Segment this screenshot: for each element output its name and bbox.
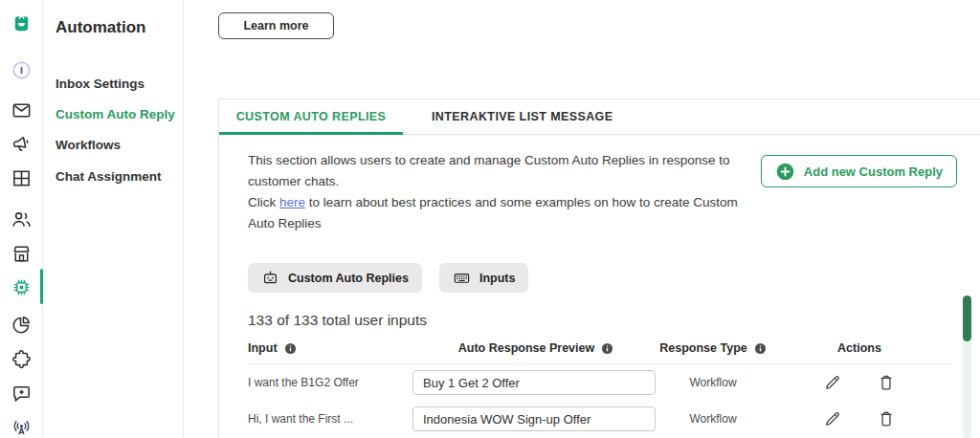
chat-add-icon[interactable] <box>11 383 33 405</box>
auto-response-preview-input[interactable] <box>412 370 656 395</box>
table-row: I want the B1G2 Offer Workflow <box>248 364 952 401</box>
table-row: Hi, I want the First ... Workflow <box>248 401 952 437</box>
response-type-cell: Workflow <box>659 412 767 426</box>
table-scrollbar-track[interactable] <box>963 296 971 438</box>
envelope-icon[interactable] <box>11 99 33 121</box>
tab-bar: CUSTOM AUTO REPLIES INTERAKTIVE LIST MES… <box>219 99 980 135</box>
auto-replies-table: Input Auto Response Preview Response Typ… <box>248 341 952 438</box>
col-auto-response-preview: Auto Response Preview <box>412 341 659 355</box>
pencil-icon <box>823 409 842 428</box>
megaphone-icon[interactable] <box>11 133 33 155</box>
page-title: Automation <box>56 18 145 37</box>
edit-button[interactable] <box>823 409 842 428</box>
col-actions: Actions <box>767 341 952 355</box>
view-toggle-chips: Custom Auto Replies Inputs <box>248 263 980 293</box>
info-icon[interactable] <box>284 342 297 355</box>
intro-section: This section allows users to create and … <box>219 135 980 234</box>
automation-sidebar: Automation Inbox Settings Custom Auto Re… <box>44 0 184 438</box>
learn-more-button[interactable]: Learn more <box>218 12 334 39</box>
sidebar-item-workflows[interactable]: Workflows <box>56 138 121 152</box>
main-content: Learn more CUSTOM AUTO REPLIES INTERAKTI… <box>185 0 980 438</box>
trash-icon <box>877 409 896 428</box>
pie-chart-icon[interactable] <box>11 314 33 336</box>
intro-text: This section allows users to create and … <box>248 150 761 234</box>
table-header: Input Auto Response Preview Response Typ… <box>248 341 952 364</box>
plus-circle-icon <box>775 162 795 182</box>
icon-rail <box>0 0 43 438</box>
table-scrollbar-thumb[interactable] <box>963 296 971 341</box>
broadcast-icon[interactable] <box>11 416 33 438</box>
bag-icon[interactable] <box>11 11 33 33</box>
trash-icon <box>877 373 896 392</box>
people-icon[interactable] <box>11 208 33 230</box>
custom-auto-replies-card: CUSTOM AUTO REPLIES INTERAKTIVE LIST MES… <box>218 99 980 438</box>
table-body: I want the B1G2 Offer Workflow Hi, I wan… <box>248 364 952 438</box>
col-input: Input <box>248 341 412 355</box>
sidebar-item-custom-auto-reply[interactable]: Custom Auto Reply <box>56 107 175 121</box>
inputs-chip[interactable]: Inputs <box>439 263 529 293</box>
sidebar-item-inbox-settings[interactable]: Inbox Settings <box>56 77 145 91</box>
edit-button[interactable] <box>823 373 842 392</box>
tab-interaktive-list-message[interactable]: INTERAKTIVE LIST MESSAGE <box>403 99 641 134</box>
keyboard-icon <box>453 269 471 287</box>
input-cell: Hi, I want the First ... <box>248 412 412 426</box>
chip-icon[interactable] <box>11 276 33 298</box>
store-icon[interactable] <box>11 243 33 265</box>
custom-auto-replies-chip[interactable]: Custom Auto Replies <box>248 263 422 293</box>
response-type-cell: Workflow <box>659 376 767 389</box>
rail-active-indicator <box>40 269 43 304</box>
actions-cell <box>767 409 952 428</box>
add-new-custom-reply-button[interactable]: Add new Custom Reply <box>761 155 957 187</box>
col-response-type: Response Type <box>659 341 767 355</box>
info-icon[interactable] <box>754 342 767 355</box>
delete-button[interactable] <box>877 373 896 392</box>
input-cell: I want the B1G2 Offer <box>248 376 412 389</box>
grid-icon[interactable] <box>11 167 33 189</box>
sidebar-item-chat-assignment[interactable]: Chat Assignment <box>56 169 162 184</box>
actions-cell <box>767 373 952 392</box>
robot-icon <box>261 269 279 287</box>
inputs-count-summary: 133 of 133 total user inputs <box>248 312 980 329</box>
info-icon[interactable] <box>601 342 613 355</box>
puzzle-icon[interactable] <box>11 348 33 370</box>
here-link[interactable]: here <box>279 195 305 209</box>
tab-custom-auto-replies[interactable]: CUSTOM AUTO REPLIES <box>219 99 403 134</box>
pencil-icon <box>823 373 842 392</box>
profile-circle-icon[interactable] <box>11 59 33 81</box>
delete-button[interactable] <box>877 409 896 428</box>
auto-response-preview-input[interactable] <box>412 406 656 431</box>
